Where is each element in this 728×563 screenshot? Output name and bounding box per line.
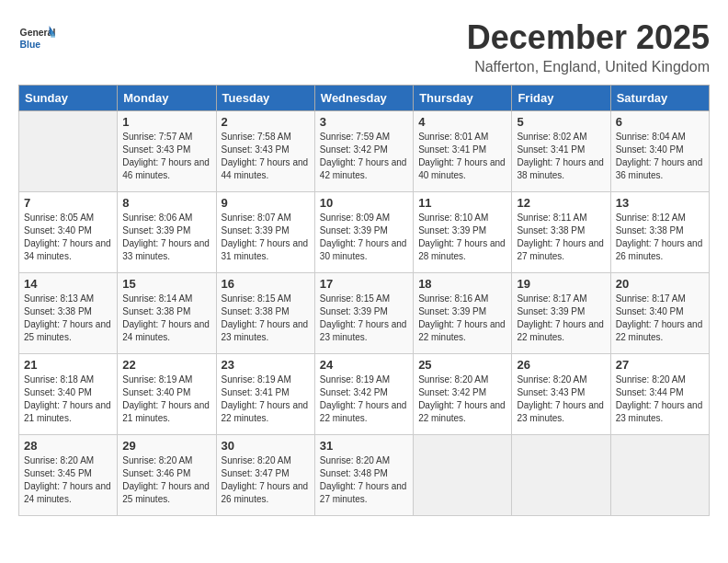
calendar-cell: [610, 435, 709, 516]
day-info: Sunrise: 8:02 AMSunset: 3:41 PMDaylight:…: [517, 131, 605, 182]
calendar-cell: 19Sunrise: 8:17 AMSunset: 3:39 PMDayligh…: [512, 273, 610, 354]
day-number: 31: [320, 439, 408, 453]
day-number: 2: [222, 115, 310, 129]
day-info: Sunrise: 8:15 AMSunset: 3:39 PMDaylight:…: [320, 293, 408, 344]
calendar-cell: 22Sunrise: 8:19 AMSunset: 3:40 PMDayligh…: [118, 354, 216, 435]
calendar-cell: 7Sunrise: 8:05 AMSunset: 3:40 PMDaylight…: [19, 192, 118, 273]
day-number: 16: [222, 277, 310, 291]
day-info: Sunrise: 7:59 AMSunset: 3:42 PMDaylight:…: [320, 131, 408, 182]
day-info: Sunrise: 8:10 AMSunset: 3:39 PMDaylight:…: [418, 212, 506, 263]
column-header-tuesday: Tuesday: [216, 86, 314, 111]
calendar-cell: 10Sunrise: 8:09 AMSunset: 3:39 PMDayligh…: [314, 192, 413, 273]
day-number: 25: [418, 358, 506, 372]
column-header-saturday: Saturday: [610, 86, 709, 111]
calendar-cell: 27Sunrise: 8:20 AMSunset: 3:44 PMDayligh…: [610, 354, 709, 435]
day-info: Sunrise: 8:14 AMSunset: 3:38 PMDaylight:…: [122, 293, 210, 344]
calendar-cell: [414, 435, 512, 516]
day-number: 14: [24, 277, 112, 291]
day-number: 29: [122, 439, 210, 453]
day-number: 11: [418, 196, 506, 210]
calendar-body: 1Sunrise: 7:57 AMSunset: 3:43 PMDaylight…: [19, 111, 710, 516]
calendar-cell: [512, 435, 610, 516]
day-number: 30: [222, 439, 310, 453]
day-info: Sunrise: 8:20 AMSunset: 3:47 PMDaylight:…: [222, 454, 310, 506]
day-info: Sunrise: 8:19 AMSunset: 3:42 PMDaylight:…: [320, 373, 408, 425]
calendar-cell: 21Sunrise: 8:18 AMSunset: 3:40 PMDayligh…: [19, 354, 118, 435]
calendar-cell: 28Sunrise: 8:20 AMSunset: 3:45 PMDayligh…: [19, 435, 118, 516]
day-number: 26: [517, 358, 605, 372]
column-header-friday: Friday: [512, 86, 610, 111]
calendar-cell: 9Sunrise: 8:07 AMSunset: 3:39 PMDaylight…: [216, 192, 314, 273]
day-number: 20: [616, 277, 704, 291]
day-info: Sunrise: 8:15 AMSunset: 3:38 PMDaylight:…: [222, 293, 310, 344]
day-info: Sunrise: 8:19 AMSunset: 3:40 PMDaylight:…: [122, 373, 210, 425]
day-info: Sunrise: 8:12 AMSunset: 3:38 PMDaylight:…: [616, 212, 704, 263]
day-number: 12: [517, 196, 605, 210]
calendar-cell: 26Sunrise: 8:20 AMSunset: 3:43 PMDayligh…: [512, 354, 610, 435]
calendar-cell: 5Sunrise: 8:02 AMSunset: 3:41 PMDaylight…: [512, 111, 610, 192]
day-info: Sunrise: 8:06 AMSunset: 3:39 PMDaylight:…: [122, 212, 210, 263]
day-number: 17: [320, 277, 408, 291]
day-number: 15: [122, 277, 210, 291]
day-number: 23: [222, 358, 310, 372]
day-info: Sunrise: 8:07 AMSunset: 3:39 PMDaylight:…: [222, 212, 310, 263]
day-number: 4: [418, 115, 506, 129]
day-info: Sunrise: 8:20 AMSunset: 3:44 PMDaylight:…: [616, 373, 704, 425]
calendar-cell: 3Sunrise: 7:59 AMSunset: 3:42 PMDaylight…: [314, 111, 413, 192]
day-info: Sunrise: 8:04 AMSunset: 3:40 PMDaylight:…: [616, 131, 704, 182]
calendar-cell: 12Sunrise: 8:11 AMSunset: 3:38 PMDayligh…: [512, 192, 610, 273]
column-header-wednesday: Wednesday: [314, 86, 413, 111]
day-number: 27: [616, 358, 704, 372]
column-header-monday: Monday: [118, 86, 216, 111]
calendar-cell: 25Sunrise: 8:20 AMSunset: 3:42 PMDayligh…: [414, 354, 512, 435]
calendar-cell: 4Sunrise: 8:01 AMSunset: 3:41 PMDaylight…: [414, 111, 512, 192]
day-number: 18: [418, 277, 506, 291]
calendar-cell: 16Sunrise: 8:15 AMSunset: 3:38 PMDayligh…: [216, 273, 314, 354]
day-info: Sunrise: 7:58 AMSunset: 3:43 PMDaylight:…: [222, 131, 310, 182]
day-info: Sunrise: 8:05 AMSunset: 3:40 PMDaylight:…: [24, 212, 112, 263]
day-info: Sunrise: 8:16 AMSunset: 3:39 PMDaylight:…: [418, 293, 506, 344]
day-number: 9: [222, 196, 310, 210]
week-row-3: 14Sunrise: 8:13 AMSunset: 3:38 PMDayligh…: [19, 273, 710, 354]
day-number: 8: [122, 196, 210, 210]
day-info: Sunrise: 8:20 AMSunset: 3:46 PMDaylight:…: [122, 454, 210, 506]
day-info: Sunrise: 8:13 AMSunset: 3:38 PMDaylight:…: [24, 293, 112, 344]
day-info: Sunrise: 8:17 AMSunset: 3:40 PMDaylight:…: [616, 293, 704, 344]
calendar-cell: 14Sunrise: 8:13 AMSunset: 3:38 PMDayligh…: [19, 273, 118, 354]
calendar-table: SundayMondayTuesdayWednesdayThursdayFrid…: [18, 85, 710, 516]
logo: General Blue: [18, 18, 59, 55]
title-block: December 2025 Nafferton, England, United…: [467, 18, 710, 75]
day-number: 5: [517, 115, 605, 129]
day-number: 6: [616, 115, 704, 129]
day-info: Sunrise: 8:20 AMSunset: 3:43 PMDaylight:…: [517, 373, 605, 425]
day-info: Sunrise: 8:20 AMSunset: 3:48 PMDaylight:…: [320, 454, 408, 506]
column-header-thursday: Thursday: [414, 86, 512, 111]
day-number: 10: [320, 196, 408, 210]
day-info: Sunrise: 8:11 AMSunset: 3:38 PMDaylight:…: [517, 212, 605, 263]
day-number: 7: [24, 196, 112, 210]
calendar-cell: 2Sunrise: 7:58 AMSunset: 3:43 PMDaylight…: [216, 111, 314, 192]
day-number: 21: [24, 358, 112, 372]
calendar-cell: 11Sunrise: 8:10 AMSunset: 3:39 PMDayligh…: [414, 192, 512, 273]
svg-text:Blue: Blue: [20, 40, 41, 50]
week-row-5: 28Sunrise: 8:20 AMSunset: 3:45 PMDayligh…: [19, 435, 710, 516]
day-info: Sunrise: 8:20 AMSunset: 3:45 PMDaylight:…: [24, 454, 112, 506]
calendar-subtitle: Nafferton, England, United Kingdom: [467, 59, 710, 75]
calendar-cell: 1Sunrise: 7:57 AMSunset: 3:43 PMDaylight…: [118, 111, 216, 192]
calendar-cell: 15Sunrise: 8:14 AMSunset: 3:38 PMDayligh…: [118, 273, 216, 354]
day-info: Sunrise: 8:17 AMSunset: 3:39 PMDaylight:…: [517, 293, 605, 344]
day-number: 24: [320, 358, 408, 372]
day-number: 22: [122, 358, 210, 372]
day-number: 28: [24, 439, 112, 453]
day-info: Sunrise: 8:09 AMSunset: 3:39 PMDaylight:…: [320, 212, 408, 263]
calendar-cell: 31Sunrise: 8:20 AMSunset: 3:48 PMDayligh…: [314, 435, 413, 516]
calendar-title: December 2025: [467, 18, 710, 57]
calendar-cell: 6Sunrise: 8:04 AMSunset: 3:40 PMDaylight…: [610, 111, 709, 192]
page-header: General Blue December 2025 Nafferton, En…: [18, 18, 710, 75]
calendar-cell: 20Sunrise: 8:17 AMSunset: 3:40 PMDayligh…: [610, 273, 709, 354]
day-number: 1: [122, 115, 210, 129]
calendar-header-row: SundayMondayTuesdayWednesdayThursdayFrid…: [19, 86, 710, 111]
day-number: 3: [320, 115, 408, 129]
day-info: Sunrise: 8:19 AMSunset: 3:41 PMDaylight:…: [222, 373, 310, 425]
calendar-cell: 23Sunrise: 8:19 AMSunset: 3:41 PMDayligh…: [216, 354, 314, 435]
